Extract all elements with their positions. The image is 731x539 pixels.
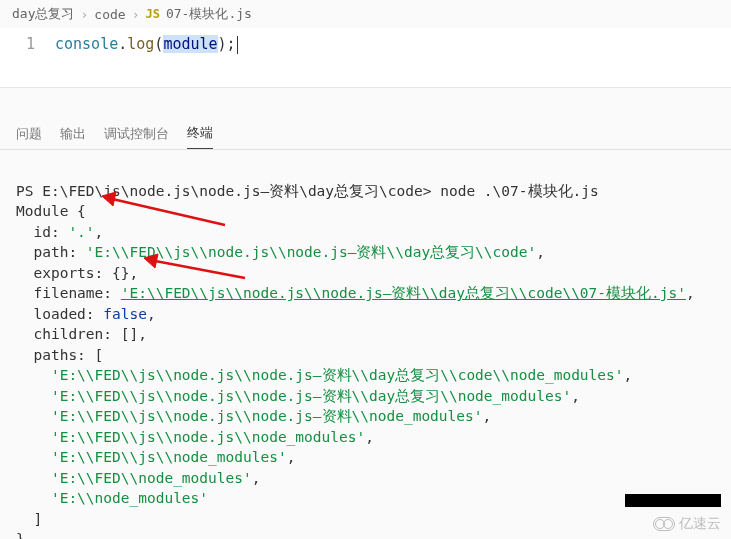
terminal-string: 'E:\\FED\\js\\node.js\\node_modules' — [51, 429, 365, 445]
terminal-line: ] — [16, 511, 42, 527]
terminal-comma: , — [365, 429, 374, 445]
token-console: console — [55, 35, 118, 53]
terminal-panel[interactable]: PS E:\FED\js\node.js\node.js—资料\day总复习\c… — [0, 150, 731, 539]
terminal-string: 'E:\\FED\\js\\node.js\\node.js—资料\\node_… — [51, 408, 483, 424]
terminal-comma: , — [95, 224, 104, 240]
chevron-right-icon: › — [80, 7, 88, 22]
terminal-comma: , — [536, 244, 545, 260]
terminal-comma: , — [686, 285, 695, 301]
panel-tabs: 问题 输出 调试控制台 终端 — [0, 116, 731, 150]
tab-debug-console[interactable]: 调试控制台 — [104, 125, 169, 149]
terminal-indent — [16, 408, 51, 424]
terminal-string: 'E:\\node_modules' — [51, 490, 208, 506]
terminal-comma: , — [287, 449, 296, 465]
terminal-comma: , — [624, 367, 633, 383]
code-line-1[interactable]: console.log(module); — [55, 32, 238, 67]
token-module-highlighted: module — [163, 35, 217, 53]
terminal-indent — [16, 449, 51, 465]
token-log: log — [127, 35, 154, 53]
text-cursor — [237, 36, 238, 54]
terminal-line: path: — [16, 244, 86, 260]
terminal-false: false — [103, 306, 147, 322]
terminal-comma: , — [483, 408, 492, 424]
watermark-icon — [653, 517, 675, 531]
terminal-string: 'E:\\FED\\js\\node.js\\node.js—资料\\day总复… — [51, 367, 624, 383]
terminal-line: filename: — [16, 285, 121, 301]
redaction-bar — [625, 494, 721, 507]
watermark: 亿速云 — [653, 515, 721, 533]
token-rparen: ); — [218, 35, 236, 53]
terminal-string: 'E:\\FED\\js\\node.js\\node.js—资料\\day总复… — [51, 388, 571, 404]
terminal-indent — [16, 490, 51, 506]
terminal-comma: , — [571, 388, 580, 404]
tab-output[interactable]: 输出 — [60, 125, 86, 149]
breadcrumb: day总复习 › code › JS 07-模块化.js — [0, 0, 731, 28]
terminal-indent — [16, 429, 51, 445]
terminal-line: Module { — [16, 203, 86, 219]
terminal-line: children: [], — [16, 326, 147, 342]
line-number: 1 — [0, 32, 55, 67]
breadcrumb-seg-2[interactable]: code — [94, 7, 125, 22]
chevron-right-icon: › — [132, 7, 140, 22]
terminal-line: id: — [16, 224, 68, 240]
terminal-filename-link[interactable]: 'E:\\FED\\js\\node.js\\node.js—资料\\day总复… — [121, 285, 686, 301]
terminal-indent — [16, 470, 51, 486]
terminal-line: exports: {}, — [16, 265, 138, 281]
watermark-text: 亿速云 — [679, 515, 721, 533]
terminal-string: '.' — [68, 224, 94, 240]
token-dot: . — [118, 35, 127, 53]
code-editor[interactable]: 1 console.log(module); — [0, 28, 731, 88]
terminal-comma: , — [252, 470, 261, 486]
terminal-indent — [16, 367, 51, 383]
js-file-icon: JS — [145, 7, 159, 21]
breadcrumb-seg-3[interactable]: 07-模块化.js — [166, 5, 252, 23]
tab-problems[interactable]: 问题 — [16, 125, 42, 149]
terminal-command: node .\07-模块化.js — [440, 183, 599, 199]
terminal-comma: , — [147, 306, 156, 322]
terminal-prompt: PS E:\FED\js\node.js\node.js—资料\day总复习\c… — [16, 183, 440, 199]
terminal-string: 'E:\\FED\\js\\node_modules' — [51, 449, 287, 465]
tab-terminal[interactable]: 终端 — [187, 124, 213, 149]
terminal-line: } — [16, 531, 25, 539]
terminal-line: loaded: — [16, 306, 103, 322]
breadcrumb-seg-1[interactable]: day总复习 — [12, 5, 74, 23]
terminal-indent — [16, 388, 51, 404]
terminal-line: paths: [ — [16, 347, 103, 363]
terminal-string: 'E:\\FED\\node_modules' — [51, 470, 252, 486]
terminal-string: 'E:\\FED\\js\\node.js\\node.js—资料\\day总复… — [86, 244, 536, 260]
